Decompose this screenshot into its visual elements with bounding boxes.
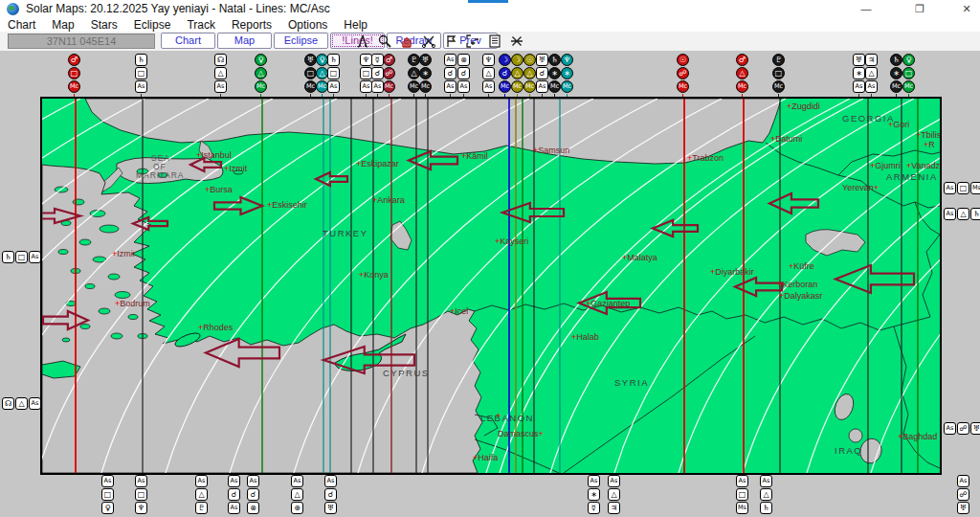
city-plus-marker: +: [496, 411, 501, 420]
glyph-chip: ♄: [890, 54, 902, 66]
line-marker-bottom: As△♄: [760, 475, 772, 515]
maximize-button[interactable]: ❐: [903, 0, 936, 18]
glyph-chip: □: [902, 67, 915, 79]
glyph-chip: As: [228, 502, 240, 514]
line-marker-side: ♄□As: [2, 251, 41, 263]
city-label: +Konya: [359, 270, 389, 280]
glyph-chip: Mc: [548, 80, 561, 93]
city-label: +Gjumri: [870, 161, 901, 170]
line-marker-side: As□Ms: [944, 182, 980, 194]
menu-item-eclipse[interactable]: Eclipse: [134, 18, 171, 32]
locate-icon[interactable]: [462, 32, 483, 50]
city-label: +Rhodes: [198, 323, 234, 332]
glyph-chip: □: [101, 488, 114, 501]
island: [85, 284, 95, 289]
city-label: +Malatya: [622, 253, 657, 262]
glyph-chip: □: [135, 67, 147, 79]
app-globe-icon: [7, 3, 19, 15]
glyph-chip: ☌: [536, 67, 548, 79]
menu-item-track[interactable]: Track: [187, 18, 215, 32]
island: [58, 250, 68, 255]
report-icon[interactable]: [484, 32, 505, 50]
toolbar-button-map[interactable]: Map: [217, 33, 272, 49]
glyph-chip: ∗: [548, 67, 561, 79]
star-icon[interactable]: [506, 32, 527, 50]
glyph-chip: ♄: [760, 502, 772, 514]
line-marker-side: As☍♅: [944, 422, 980, 435]
glyph-chip: As: [135, 80, 147, 93]
line-marker-bottom: As☌As: [228, 475, 240, 515]
menu-item-options[interactable]: Options: [288, 18, 327, 32]
line-marker-top: ☉☍Mc: [677, 54, 689, 94]
glyph-chip: Mc: [383, 80, 395, 93]
line-marker-top: ♃△As: [865, 54, 878, 94]
hand-icon[interactable]: [396, 32, 417, 50]
city-label: +Vanadzor: [906, 161, 940, 170]
glyph-chip: ♄: [2, 251, 14, 263]
menu-item-map[interactable]: Map: [52, 18, 74, 32]
city-label: +Dalyakasr: [779, 291, 822, 301]
close-button[interactable]: ✕: [950, 0, 980, 18]
glyph-chip: △: [255, 67, 267, 79]
glyph-chip: ☌: [499, 67, 511, 79]
menu-item-chart[interactable]: Chart: [8, 18, 35, 32]
glyph-chip: Mc: [523, 80, 536, 93]
glyph-chip: ♃: [865, 54, 878, 66]
glyph-chip: ♀: [902, 54, 915, 66]
glyph-chip: ☍: [383, 67, 395, 79]
glyph-chip: ♆: [482, 54, 495, 66]
toolbar-button-chart[interactable]: Chart: [161, 33, 215, 49]
glyph-chip: △: [736, 67, 748, 79]
country-label: GEORGIA: [842, 113, 895, 124]
island: [62, 338, 70, 342]
city-label: +Icel: [450, 306, 468, 316]
toolbar-button-eclipse[interactable]: Eclipse: [274, 33, 328, 49]
line-marker-top: ♀△Mc: [255, 54, 267, 94]
glyph-chip: □: [736, 488, 748, 501]
glyph-chip: △: [482, 67, 495, 79]
city-label: +Tbilisi: [916, 130, 940, 140]
glyph-chip: As: [944, 208, 956, 220]
glyph-chip: As: [444, 80, 457, 93]
glyph-chip: Mc: [499, 80, 511, 93]
glyph-chip: ☌: [228, 488, 240, 501]
country-label: ARMENIA: [886, 171, 938, 182]
line-marker-bottom: As△⊕: [291, 475, 303, 515]
glyph-chip: Mc: [772, 80, 785, 93]
cut-icon[interactable]: [418, 32, 439, 50]
line-marker-bottom: As□♀: [101, 475, 114, 515]
glyph-chip: □: [68, 67, 80, 79]
city-label: +Samsun: [533, 146, 569, 155]
glyph-chip: As: [865, 80, 878, 93]
zoom-icon[interactable]: [374, 32, 395, 50]
glyph-chip: As: [944, 422, 956, 435]
glyph-chip: Ms: [736, 502, 748, 514]
glyph-chip: ♄: [135, 54, 147, 66]
glyph-chip: Ms: [970, 182, 980, 194]
line-marker-top: ♅☌As: [536, 54, 548, 94]
minimize-button[interactable]: —: [850, 0, 882, 18]
line-marker-top: ☊△As: [214, 54, 227, 94]
menu-bar: ChartMapStarsEclipseTrackReportsOptionsH…: [0, 18, 980, 32]
glyph-chip: As: [135, 475, 147, 487]
city-label: +Trabzon: [687, 153, 724, 163]
glyph-chip: ♅: [970, 422, 980, 435]
line-marker-top: ♂△Mc: [736, 54, 748, 94]
glyph-chip: □: [327, 67, 340, 79]
astro-map[interactable]: +Istanbul+Izmit+Bursa+Eskisehir+Izmir+Bo…: [40, 97, 942, 475]
glyph-chip: As: [957, 475, 969, 487]
flag-icon[interactable]: [440, 32, 461, 50]
compass-icon[interactable]: [352, 32, 373, 50]
glyph-chip: ☌: [247, 488, 259, 501]
city-label: +Zugdidi: [787, 101, 820, 111]
menu-item-stars[interactable]: Stars: [91, 18, 118, 32]
glyph-chip: ☿: [588, 502, 600, 514]
menu-item-help[interactable]: Help: [344, 18, 368, 32]
blue-accent-strip: [468, 0, 508, 3]
menu-item-reports[interactable]: Reports: [232, 18, 272, 32]
line-marker-top: ⊗☌As: [457, 54, 470, 94]
country-label: LEBANON: [480, 413, 534, 423]
glyph-chip: As: [536, 80, 548, 93]
glyph-chip: ♀: [255, 54, 267, 66]
glyph-chip: ☌: [324, 488, 337, 501]
